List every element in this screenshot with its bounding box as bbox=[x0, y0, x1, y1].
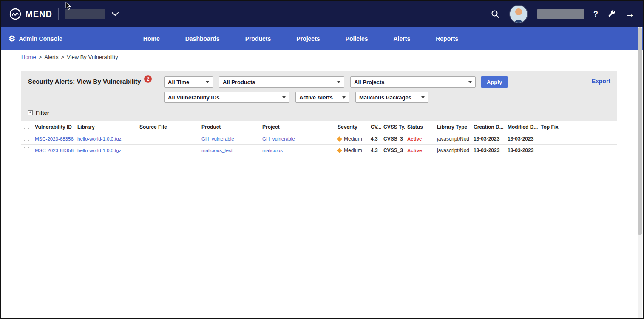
app-window: MEND ? bbox=[0, 0, 644, 319]
status-badge: Active bbox=[407, 148, 422, 153]
column-header-project[interactable]: Project bbox=[260, 121, 335, 133]
gear-icon: ⚙ bbox=[9, 35, 15, 42]
creation-date-cell: 13-03-2023 bbox=[471, 133, 505, 145]
alert-status-filter-select[interactable]: Active Alerts bbox=[295, 92, 349, 103]
table-header-row: Vulnerability ID Library Source File Pro… bbox=[21, 121, 617, 133]
nav-item-products[interactable]: Products bbox=[233, 35, 284, 42]
severity-label: Medium bbox=[344, 147, 362, 153]
vulnerability-id-link[interactable]: MSC-2023-68356 bbox=[35, 148, 74, 153]
wrench-icon[interactable] bbox=[607, 10, 616, 18]
column-header-cvss-score[interactable]: CV... bbox=[368, 121, 381, 133]
redacted-user-name bbox=[537, 9, 584, 19]
breadcrumb-alerts[interactable]: Alerts bbox=[44, 54, 58, 60]
row-checkbox[interactable] bbox=[24, 136, 29, 141]
column-header-cvss-type[interactable]: CVSS Ty... bbox=[381, 121, 405, 133]
nav-item-policies[interactable]: Policies bbox=[333, 35, 381, 42]
column-header-top-fix[interactable]: Top Fix bbox=[538, 121, 617, 133]
vulnerability-id-link[interactable]: MSC-2023-68356 bbox=[35, 136, 74, 141]
org-chevron-down-icon[interactable] bbox=[111, 12, 119, 16]
breadcrumb-current: View By Vulnerability bbox=[67, 54, 118, 60]
nav-item-dashboards[interactable]: Dashboards bbox=[173, 35, 233, 42]
top-fix-cell bbox=[538, 133, 617, 145]
cvss-type-cell: CVSS_3 bbox=[381, 133, 405, 145]
time-filter-select[interactable]: All Time bbox=[164, 76, 213, 88]
page-title: Security Alerts: View By Vulnerability bbox=[28, 78, 141, 85]
severity-medium-icon bbox=[337, 136, 342, 142]
column-header-severity[interactable]: Severity bbox=[335, 121, 368, 133]
nav-item-home[interactable]: Home bbox=[131, 35, 173, 42]
admin-console[interactable]: ⚙ Admin Console bbox=[9, 35, 62, 42]
logout-arrow-icon[interactable]: → bbox=[625, 9, 635, 19]
export-link[interactable]: Export bbox=[592, 76, 610, 85]
cvss-type-cell: CVSS_3 bbox=[381, 145, 405, 156]
modified-date-cell: 13-03-2023 bbox=[505, 145, 538, 156]
user-avatar[interactable] bbox=[509, 5, 528, 23]
redacted-org-name[interactable] bbox=[65, 9, 105, 19]
column-header-source-file[interactable]: Source File bbox=[137, 121, 199, 133]
topbar-divider bbox=[58, 8, 59, 20]
scrollbar[interactable] bbox=[638, 27, 642, 318]
breadcrumb-home[interactable]: Home bbox=[21, 54, 36, 60]
product-link[interactable]: malicious_test bbox=[201, 148, 233, 153]
column-header-vulnerability-id[interactable]: Vulnerability ID bbox=[32, 121, 75, 133]
project-link[interactable]: GH_vulnerable bbox=[262, 136, 295, 141]
vulnerability-ids-filter-select[interactable]: All Vulnerability IDs bbox=[164, 92, 289, 103]
filter-toggle[interactable]: + Filter bbox=[28, 110, 610, 116]
products-filter-select[interactable]: All Products bbox=[219, 76, 344, 88]
alerts-table: Vulnerability ID Library Source File Pro… bbox=[21, 121, 617, 156]
apply-button[interactable]: Apply bbox=[481, 76, 508, 88]
brand: MEND bbox=[9, 8, 52, 20]
search-icon[interactable] bbox=[491, 9, 500, 19]
table-row: MSC-2023-68356 hello-world-1.0.0.tgz GH_… bbox=[21, 133, 617, 145]
source-file-cell bbox=[137, 133, 199, 145]
project-link[interactable]: malicious bbox=[262, 148, 283, 153]
column-header-library[interactable]: Library bbox=[75, 121, 137, 133]
column-header-library-type[interactable]: Library Type bbox=[434, 121, 471, 133]
library-type-cell: javascript/Nod bbox=[434, 133, 471, 145]
panel-header: Security Alerts: View By Vulnerability2 … bbox=[21, 71, 617, 121]
column-header-creation-date[interactable]: Creation D... bbox=[471, 121, 505, 133]
modified-date-cell: 13-03-2023 bbox=[505, 133, 538, 145]
alert-type-filter-select[interactable]: Malicious Packages bbox=[355, 92, 428, 103]
scrollbar-thumb[interactable] bbox=[638, 27, 642, 235]
status-badge: Active bbox=[407, 136, 422, 141]
alert-count-badge: 2 bbox=[144, 75, 152, 83]
top-fix-cell bbox=[538, 145, 617, 156]
library-link[interactable]: hello-world-1.0.0.tgz bbox=[77, 148, 122, 153]
help-icon[interactable]: ? bbox=[593, 10, 598, 19]
cvss-score-cell: 4.3 bbox=[368, 145, 381, 156]
mend-logo-icon bbox=[9, 8, 21, 20]
severity-label: Medium bbox=[344, 136, 362, 142]
row-checkbox[interactable] bbox=[24, 147, 29, 152]
product-link[interactable]: GH_vulnerable bbox=[201, 136, 234, 141]
security-alerts-panel: Security Alerts: View By Vulnerability2 … bbox=[21, 71, 617, 156]
table-row: MSC-2023-68356 hello-world-1.0.0.tgz mal… bbox=[21, 145, 617, 156]
nav-items: Home Dashboards Products Projects Polici… bbox=[131, 35, 471, 42]
nav-item-alerts[interactable]: Alerts bbox=[381, 35, 423, 42]
column-header-modified-date[interactable]: Modified D... bbox=[505, 121, 538, 133]
library-type-cell: javascript/Nod bbox=[434, 145, 471, 156]
column-header-status[interactable]: Status bbox=[405, 121, 434, 133]
nav-item-projects[interactable]: Projects bbox=[284, 35, 332, 42]
admin-console-label: Admin Console bbox=[19, 35, 62, 42]
breadcrumb: Home > Alerts > View By Vulnerability bbox=[1, 50, 643, 65]
column-header-product[interactable]: Product bbox=[199, 121, 260, 133]
brand-name: MEND bbox=[26, 9, 52, 19]
select-all-checkbox[interactable] bbox=[24, 124, 29, 129]
severity-medium-icon bbox=[337, 148, 342, 153]
creation-date-cell: 13-03-2023 bbox=[471, 145, 505, 156]
nav-item-reports[interactable]: Reports bbox=[423, 35, 471, 42]
breadcrumb-separator: > bbox=[61, 54, 65, 60]
breadcrumb-separator: > bbox=[39, 54, 42, 60]
expand-plus-icon[interactable]: + bbox=[28, 110, 33, 115]
filter-label: Filter bbox=[36, 110, 49, 116]
top-bar: MEND ? bbox=[1, 1, 643, 27]
library-link[interactable]: hello-world-1.0.0.tgz bbox=[77, 136, 122, 141]
source-file-cell bbox=[137, 145, 199, 156]
projects-filter-select[interactable]: All Projects bbox=[350, 76, 476, 88]
cvss-score-cell: 4.3 bbox=[368, 133, 381, 145]
main-nav: ⚙ Admin Console Home Dashboards Products… bbox=[1, 27, 643, 50]
